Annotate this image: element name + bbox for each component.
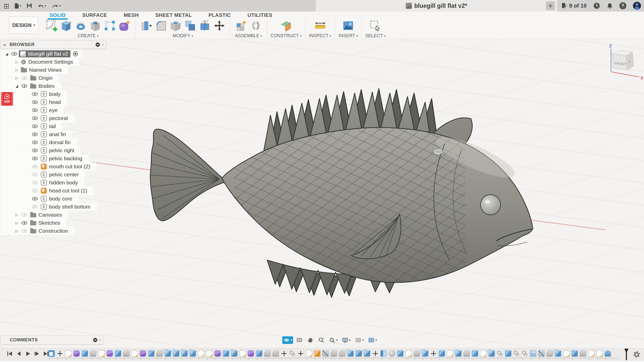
timeline-feature-icon[interactable]	[580, 350, 586, 357]
timeline-feature-icon[interactable]	[57, 350, 63, 357]
expand-arrow-icon[interactable]	[14, 213, 20, 217]
document-tab[interactable]: bluegill gill flat v2* ×	[316, 0, 557, 12]
ribbon-tab[interactable]: SURFACE	[82, 12, 108, 18]
timeline-feature-icon[interactable]	[380, 350, 387, 357]
press-pull-icon[interactable]	[140, 19, 153, 32]
node-label[interactable]: head cut tool (1)	[49, 188, 87, 194]
create-form-icon[interactable]	[118, 19, 131, 32]
visibility-eye-icon[interactable]	[32, 92, 38, 96]
node-label[interactable]: dorsal fin	[49, 139, 70, 145]
notifications-bell-icon[interactable]	[607, 3, 613, 9]
timeline-feature-icon[interactable]	[530, 350, 536, 357]
timeline-feature-icon[interactable]	[505, 350, 511, 357]
new-tab-button[interactable]: +	[546, 1, 555, 10]
visibility-eye-icon[interactable]	[32, 205, 38, 209]
ribbon-tab[interactable]: PLASTIC	[208, 12, 231, 18]
ribbon-tab[interactable]: UTILITIES	[247, 12, 273, 18]
timeline-feature-icon[interactable]	[364, 350, 370, 357]
row-content[interactable]: Origin	[29, 74, 55, 82]
visibility-eye-icon[interactable]	[32, 157, 38, 160]
grid-display-button[interactable]: ▾	[354, 336, 365, 344]
timeline-feature-icon[interactable]	[314, 350, 320, 357]
timeline-feature-icon[interactable]	[189, 350, 196, 357]
expand-arrow-icon[interactable]	[14, 68, 20, 72]
timeline-feature-icon[interactable]	[281, 350, 287, 357]
timeline-feature-icon[interactable]	[148, 350, 154, 357]
assemble-dropdown[interactable]: ASSEMBLE	[235, 33, 262, 38]
browser-row[interactable]: pelvic backing	[1, 154, 89, 163]
create-sketch-icon[interactable]	[45, 19, 58, 32]
row-content[interactable]: body	[39, 91, 63, 98]
browser-row[interactable]: dorsal fin	[1, 138, 77, 146]
timeline-feature-icon[interactable]	[538, 350, 545, 357]
node-label[interactable]: Origin	[38, 75, 53, 81]
row-content[interactable]: Construction	[29, 227, 70, 234]
visibility-eye-icon[interactable]	[21, 229, 27, 233]
timeline-feature-icon[interactable]	[497, 350, 503, 357]
browser-row[interactable]: hidden body	[1, 179, 84, 187]
row-content[interactable]: dorsal fin	[39, 139, 73, 146]
zoom-button[interactable]	[317, 336, 326, 344]
fillet-icon[interactable]	[155, 19, 167, 32]
expand-arrow-icon[interactable]	[14, 229, 20, 233]
step-back-button[interactable]	[16, 351, 22, 357]
node-label[interactable]: eye	[49, 107, 58, 113]
timeline-feature-icon[interactable]	[106, 350, 113, 357]
go-to-start-button[interactable]	[7, 351, 13, 357]
construction-plane-icon[interactable]	[280, 19, 292, 32]
browser-row[interactable]: anal fin	[1, 130, 72, 138]
visibility-eye-icon[interactable]	[32, 165, 38, 168]
joint-icon[interactable]	[250, 19, 262, 32]
timeline-feature-icon[interactable]	[214, 350, 221, 357]
row-content[interactable]: body core	[39, 195, 74, 202]
browser-header[interactable]: « BROWSER ›	[1, 40, 106, 49]
timeline-feature-icon[interactable]	[546, 350, 553, 357]
timeline-feature-icon[interactable]	[239, 350, 246, 357]
timeline-feature-icon[interactable]	[463, 350, 470, 357]
browser-row[interactable]: Construction	[1, 227, 74, 235]
visibility-eye-icon[interactable]	[21, 221, 27, 225]
node-label[interactable]: pelvic center	[49, 172, 79, 178]
expand-arrow-icon[interactable]	[14, 84, 20, 88]
browser-row[interactable]: head cut tool (1)	[1, 187, 94, 195]
timeline-feature-icon[interactable]	[123, 350, 130, 357]
timeline-feature-icon[interactable]	[73, 350, 80, 357]
browser-row[interactable]: Origin	[1, 74, 59, 82]
row-content[interactable]: Canvases	[29, 211, 64, 218]
hole-icon[interactable]	[89, 19, 102, 32]
visibility-eye-icon[interactable]	[32, 116, 38, 120]
orbit-button[interactable]: ▾	[282, 336, 293, 344]
timeline-feature-icon[interactable]	[248, 350, 254, 357]
visibility-eye-icon[interactable]	[21, 76, 27, 80]
node-label[interactable]: mouth cut tool (2)	[49, 164, 90, 170]
expand-arrow-icon[interactable]	[14, 76, 20, 80]
timeline-feature-icon[interactable]	[82, 350, 88, 357]
pan-button[interactable]	[306, 336, 315, 344]
revolve-icon[interactable]	[74, 19, 87, 32]
timeline-feature-icon[interactable]	[90, 350, 96, 357]
browser-row[interactable]: Named Views	[1, 66, 68, 74]
visibility-eye-icon[interactable]	[32, 181, 38, 184]
save-button[interactable]	[27, 3, 32, 9]
redo-button[interactable]: ▾	[52, 3, 61, 9]
browser-row[interactable]: Canvases	[1, 211, 68, 219]
job-status-button[interactable]: 9 of 10	[561, 3, 587, 9]
collapse-panel-icon[interactable]: «	[3, 42, 6, 47]
insert-dropdown[interactable]: INSERT	[339, 33, 358, 38]
timeline-feature-icon[interactable]	[430, 350, 437, 357]
expand-arrow-icon[interactable]	[4, 52, 10, 56]
insert-image-icon[interactable]	[342, 19, 354, 32]
panel-resize-handle-icon[interactable]: ›	[102, 42, 103, 47]
timeline-feature-icon[interactable]	[588, 350, 594, 357]
node-label[interactable]: body shell bottom	[49, 204, 91, 210]
timeline-feature-icon[interactable]	[414, 350, 420, 357]
visibility-eye-icon[interactable]	[32, 189, 38, 192]
timeline-feature-icon[interactable]	[447, 350, 453, 357]
modify-dropdown[interactable]: MODIFY	[173, 33, 193, 38]
timeline-feature-icon[interactable]	[156, 350, 163, 357]
fit-button[interactable]: ▾	[328, 336, 339, 344]
construct-dropdown[interactable]: CONSTRUCT	[270, 33, 302, 38]
visibility-eye-icon[interactable]	[32, 125, 38, 128]
browser-row[interactable]: pelvic center	[1, 171, 85, 179]
timeline-feature-icon[interactable]	[231, 350, 237, 357]
